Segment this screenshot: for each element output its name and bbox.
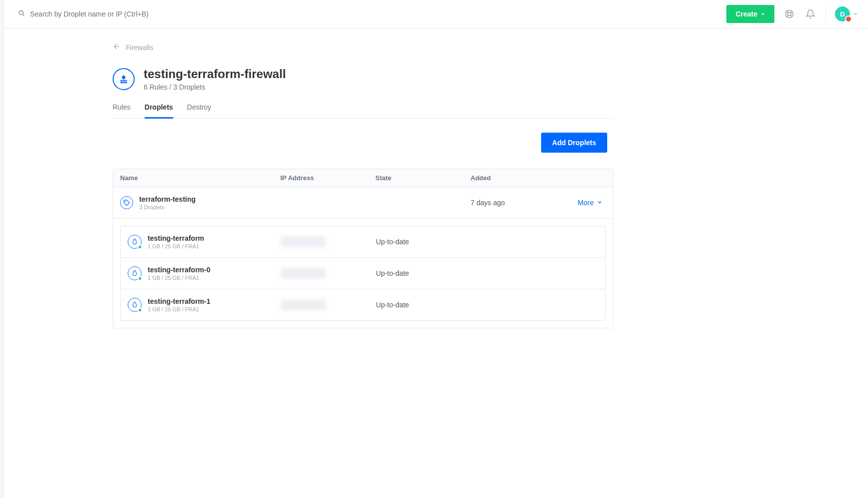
svg-line-7: [791, 16, 792, 17]
droplet-name[interactable]: testing-terraform: [148, 234, 204, 242]
col-ip: IP Address: [280, 174, 375, 182]
svg-line-6: [786, 16, 788, 17]
tag-icon: [120, 196, 133, 209]
chevron-down-icon: [853, 10, 858, 19]
col-added: Added: [471, 174, 561, 182]
ip-redacted: [281, 268, 326, 279]
avatar: D: [835, 7, 850, 22]
droplet-state: Up-to-date: [376, 269, 471, 277]
avatar-badge: [845, 16, 852, 23]
tag-group-added: 7 days ago: [471, 199, 561, 207]
table-row: testing-terraform-1 1 GB / 25 GB / FRA1 …: [121, 289, 605, 320]
actions-row: Add Droplets: [113, 133, 613, 153]
droplets-table: Name IP Address State Added terraform-te…: [113, 169, 613, 328]
avatar-initial: D: [840, 11, 844, 18]
status-dot-active: [138, 308, 142, 312]
table-row: testing-terraform 1 GB / 25 GB / FRA1 Up…: [121, 226, 605, 258]
topbar: Create: [4, 0, 868, 29]
status-dot-active: [138, 276, 142, 281]
status-dot-active: [138, 245, 142, 249]
search-icon: [18, 10, 25, 19]
search-wrap: [18, 10, 726, 19]
table-header: Name IP Address State Added: [113, 169, 613, 187]
add-droplets-button[interactable]: Add Droplets: [541, 133, 607, 153]
droplet-icon: [128, 266, 142, 280]
topbar-right: Create: [726, 5, 858, 23]
main-content: Firewalls testing-terraform-firewall 6 R…: [113, 43, 613, 328]
svg-point-0: [19, 11, 23, 15]
chevron-down-icon: [760, 10, 765, 18]
bell-icon[interactable]: [804, 8, 816, 20]
svg-point-3: [788, 13, 791, 16]
droplet-state: Up-to-date: [376, 238, 471, 246]
collapsed-sidebar[interactable]: [0, 0, 4, 498]
ip-redacted: [281, 299, 326, 310]
topbar-divider: [825, 6, 826, 22]
col-name: Name: [120, 174, 280, 182]
chevron-down-icon: [597, 199, 603, 207]
tag-group-more[interactable]: More: [561, 199, 606, 207]
tab-rules[interactable]: Rules: [113, 103, 131, 118]
droplet-icon: [128, 235, 142, 249]
account-menu[interactable]: D: [835, 7, 858, 22]
tag-group-sub: 3 Droplets: [139, 204, 196, 210]
breadcrumb-label: Firewalls: [126, 44, 153, 52]
droplet-spec: 1 GB / 25 GB / FRA1: [148, 306, 210, 312]
col-state: State: [375, 174, 471, 182]
breadcrumb-back[interactable]: Firewalls: [113, 43, 613, 52]
tag-group-name[interactable]: terraform-testing: [139, 195, 196, 203]
page-subtitle: 6 Rules / 3 Droplets: [144, 83, 286, 91]
page-header: testing-terraform-firewall 6 Rules / 3 D…: [113, 67, 613, 91]
arrow-left-icon: [113, 43, 121, 52]
more-label: More: [578, 199, 594, 207]
svg-line-1: [23, 15, 25, 16]
create-button[interactable]: Create: [726, 5, 774, 23]
table-row: testing-terraform-0 1 GB / 25 GB / FRA1 …: [121, 258, 605, 289]
droplet-icon: [128, 298, 142, 312]
tabs: Rules Droplets Destroy: [113, 103, 613, 119]
svg-point-14: [125, 201, 126, 202]
ip-redacted: [281, 236, 326, 247]
firewall-icon: [113, 68, 135, 90]
tag-group-row: terraform-testing 3 Droplets 7 days ago …: [113, 187, 613, 219]
droplet-state: Up-to-date: [376, 301, 471, 309]
droplet-name[interactable]: testing-terraform-1: [148, 297, 210, 305]
svg-line-5: [791, 11, 792, 13]
droplet-spec: 1 GB / 25 GB / FRA1: [148, 275, 210, 281]
tab-droplets[interactable]: Droplets: [145, 103, 173, 119]
svg-line-4: [786, 11, 788, 13]
droplet-list: testing-terraform 1 GB / 25 GB / FRA1 Up…: [120, 226, 606, 321]
search-input[interactable]: [30, 10, 230, 18]
droplet-spec: 1 GB / 25 GB / FRA1: [148, 243, 204, 249]
droplet-name[interactable]: testing-terraform-0: [148, 266, 210, 274]
tab-destroy[interactable]: Destroy: [187, 103, 211, 118]
page-title: testing-terraform-firewall: [144, 67, 286, 81]
support-icon[interactable]: [783, 8, 795, 20]
create-button-label: Create: [735, 10, 757, 18]
